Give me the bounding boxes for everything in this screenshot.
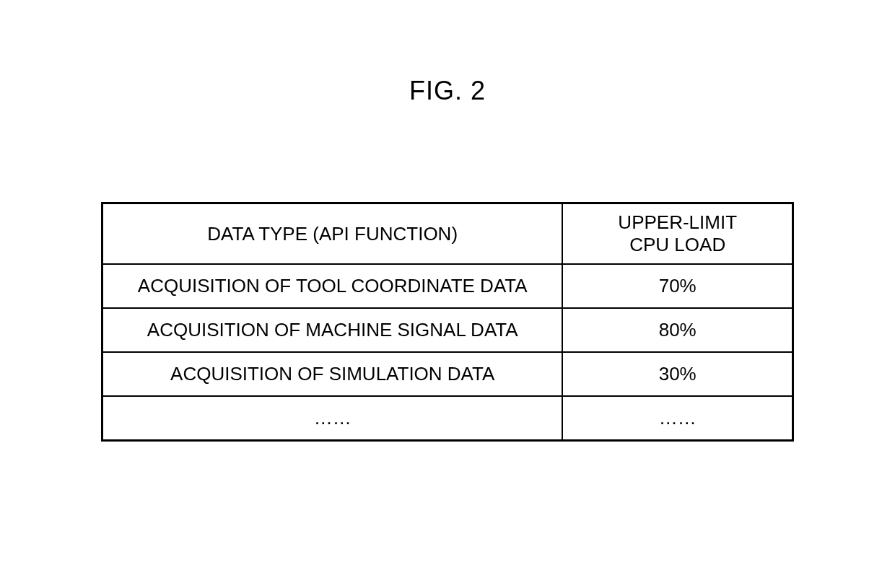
- cell-data-type: ACQUISITION OF MACHINE SIGNAL DATA: [102, 308, 563, 352]
- header-upper-limit: UPPER-LIMITCPU LOAD: [562, 203, 793, 265]
- header-data-type: DATA TYPE (API FUNCTION): [102, 203, 563, 265]
- table-header-row: DATA TYPE (API FUNCTION) UPPER-LIMITCPU …: [102, 203, 793, 265]
- table-row: ACQUISITION OF MACHINE SIGNAL DATA 80%: [102, 308, 793, 352]
- page: FIG. 2 DATA TYPE (API FUNCTION) UPPER-LI…: [0, 0, 895, 588]
- table-row: ACQUISITION OF TOOL COORDINATE DATA 70%: [102, 264, 793, 308]
- cell-upper-limit: 70%: [562, 264, 793, 308]
- table-row: ACQUISITION OF SIMULATION DATA 30%: [102, 352, 793, 396]
- data-table: DATA TYPE (API FUNCTION) UPPER-LIMITCPU …: [101, 202, 794, 442]
- cell-upper-limit: 80%: [562, 308, 793, 352]
- figure-label: FIG. 2: [0, 76, 895, 106]
- table-row: …… ……: [102, 396, 793, 441]
- cell-data-type: ……: [102, 396, 563, 441]
- cell-data-type: ACQUISITION OF TOOL COORDINATE DATA: [102, 264, 563, 308]
- cell-upper-limit: ……: [562, 396, 793, 441]
- cell-upper-limit: 30%: [562, 352, 793, 396]
- cell-data-type: ACQUISITION OF SIMULATION DATA: [102, 352, 563, 396]
